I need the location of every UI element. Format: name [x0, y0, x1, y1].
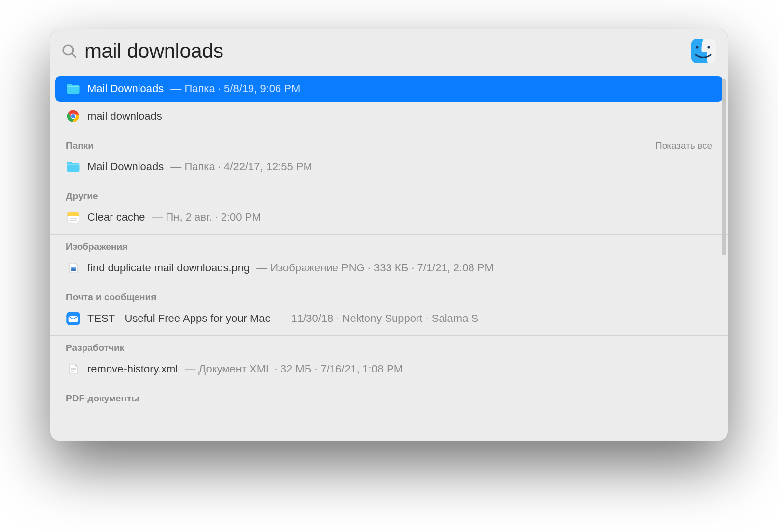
mail-icon [66, 311, 81, 326]
section-header-images: Изображения [50, 234, 728, 255]
result-row[interactable]: find duplicate mail downloads.png — Изоб… [55, 255, 723, 281]
result-meta: — 11/30/18 · Nektony Support · Salama S [278, 312, 479, 325]
section-title: Изображения [66, 241, 128, 252]
result-name: remove-history.xml [87, 363, 178, 375]
result-name: TEST - Useful Free Apps for your Mac [87, 312, 271, 325]
result-name: find duplicate mail downloads.png [87, 262, 250, 274]
section-header-pdf: PDF-документы [50, 386, 728, 413]
folder-icon [66, 160, 81, 174]
scrollbar-thumb[interactable] [722, 79, 726, 255]
svg-point-7 [71, 114, 75, 118]
result-row[interactable]: remove-history.xml — Документ XML · 32 М… [55, 356, 723, 382]
svg-line-1 [72, 53, 75, 57]
section-title: Разработчик [66, 343, 124, 353]
result-meta: — Документ XML · 32 МБ · 7/16/21, 1:08 P… [185, 363, 403, 375]
section-header-mail: Почта и сообщения [50, 285, 728, 306]
result-meta: — Пн, 2 авг. · 2:00 PM [152, 211, 261, 224]
section-title: Почта и сообщения [66, 292, 156, 303]
result-name: Mail Downloads [87, 82, 164, 95]
spotlight-window: Mail Downloads — Папка · 5/8/19, 9:06 PM… [50, 29, 728, 441]
result-meta: — Папка · 4/22/17, 12:55 PM [170, 160, 312, 173]
result-meta: — Изображение PNG · 333 КБ · 7/1/21, 2:0… [256, 262, 494, 274]
result-row-top-hit[interactable]: Mail Downloads — Папка · 5/8/19, 9:06 PM [55, 76, 723, 102]
section-header-developer: Разработчик [50, 335, 728, 356]
section-title: Другие [66, 191, 98, 202]
svg-point-4 [707, 46, 710, 48]
result-meta: — Папка · 5/8/19, 9:06 PM [170, 82, 300, 95]
xml-file-icon [66, 362, 81, 376]
note-icon [66, 210, 81, 225]
section-header-other: Другие [50, 184, 728, 205]
result-row[interactable]: TEST - Useful Free Apps for your Mac — 1… [55, 306, 723, 331]
chrome-icon [66, 109, 81, 124]
result-name: mail downloads [87, 110, 162, 123]
search-bar [50, 29, 728, 73]
section-title: PDF-документы [66, 393, 139, 404]
finder-icon[interactable] [691, 38, 716, 64]
svg-rect-10 [67, 215, 79, 216]
section-header-folders: Папки Показать все [50, 133, 728, 154]
section-title: Папки [66, 140, 94, 151]
image-file-icon [66, 261, 81, 275]
search-input[interactable] [84, 39, 684, 63]
result-row[interactable]: Mail Downloads — Папка · 4/22/17, 12:55 … [55, 154, 723, 180]
show-all-link[interactable]: Показать все [655, 140, 712, 151]
folder-icon [66, 81, 81, 96]
result-row[interactable]: Clear cache — Пн, 2 авг. · 2:00 PM [55, 205, 723, 230]
result-name: Mail Downloads [87, 160, 164, 173]
search-icon [61, 43, 78, 59]
result-name: Clear cache [87, 211, 145, 224]
svg-point-3 [696, 46, 698, 48]
result-row-web-suggestion[interactable]: mail downloads [55, 104, 723, 129]
results-list: Mail Downloads — Папка · 5/8/19, 9:06 PM… [50, 73, 728, 441]
